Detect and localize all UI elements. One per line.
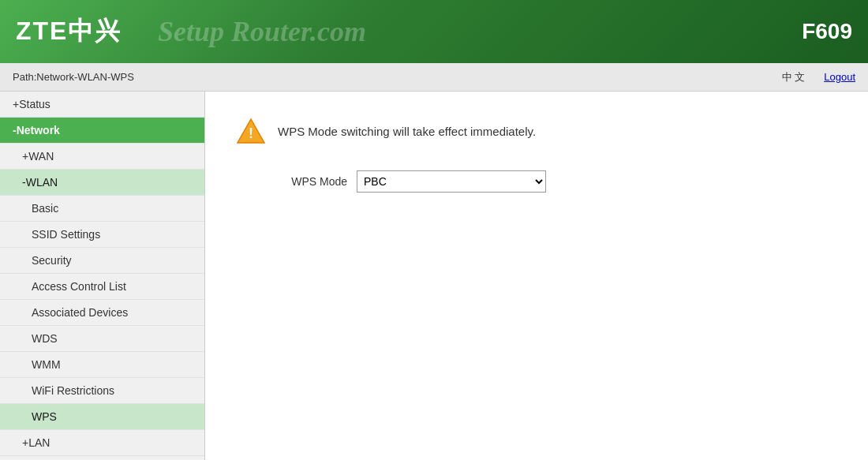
wps-mode-row: WPS Mode PBC PIN (284, 170, 836, 193)
warning-icon: ! (237, 117, 265, 145)
wps-mode-label: WPS Mode (284, 175, 347, 188)
watermark: Setup Router.com (158, 15, 366, 48)
sidebar-item-security[interactable]: Security (0, 248, 204, 274)
sidebar-item-wan[interactable]: +WAN (0, 144, 204, 170)
sidebar-item-wifi-restrictions[interactable]: WiFi Restrictions (0, 378, 204, 404)
sidebar-item-wmm[interactable]: WMM (0, 352, 204, 378)
navbar-right: 中 文 Logout (782, 70, 855, 84)
sidebar-item-wlan[interactable]: -WLAN (0, 170, 204, 196)
main-layout: +Status -Network +WAN -WLAN Basic SSID S… (0, 92, 868, 460)
language-switch[interactable]: 中 文 (782, 70, 806, 84)
sidebar-item-basic[interactable]: Basic (0, 196, 204, 222)
logo-container: ZTE中兴 (16, 14, 122, 49)
header: ZTE中兴 Setup Router.com F609 (0, 0, 868, 63)
model-number: F609 (802, 19, 852, 44)
sidebar-item-ssid-settings[interactable]: SSID Settings (0, 222, 204, 248)
logo-text: ZTE中兴 (16, 14, 122, 49)
sidebar-item-status[interactable]: +Status (0, 92, 204, 118)
sidebar-item-network[interactable]: -Network (0, 118, 204, 144)
sidebar: +Status -Network +WAN -WLAN Basic SSID S… (0, 92, 205, 460)
sidebar-item-wds[interactable]: WDS (0, 326, 204, 352)
svg-text:!: ! (249, 125, 253, 141)
sidebar-item-access-control-list[interactable]: Access Control List (0, 274, 204, 300)
content-area: ! WPS Mode switching will take effect im… (205, 92, 868, 460)
warning-box: ! WPS Mode switching will take effect im… (237, 117, 836, 145)
logout-link[interactable]: Logout (824, 71, 855, 83)
wps-mode-select[interactable]: PBC PIN (357, 170, 546, 193)
breadcrumb: Path:Network-WLAN-WPS (13, 71, 134, 83)
warning-message: WPS Mode switching will take effect imme… (278, 125, 536, 138)
navbar: Path:Network-WLAN-WPS 中 文 Logout (0, 63, 868, 92)
sidebar-item-lan[interactable]: +LAN (0, 430, 204, 456)
sidebar-item-wps[interactable]: WPS (0, 404, 204, 430)
sidebar-item-pon[interactable]: +PON (0, 456, 204, 460)
sidebar-item-associated-devices[interactable]: Associated Devices (0, 300, 204, 326)
